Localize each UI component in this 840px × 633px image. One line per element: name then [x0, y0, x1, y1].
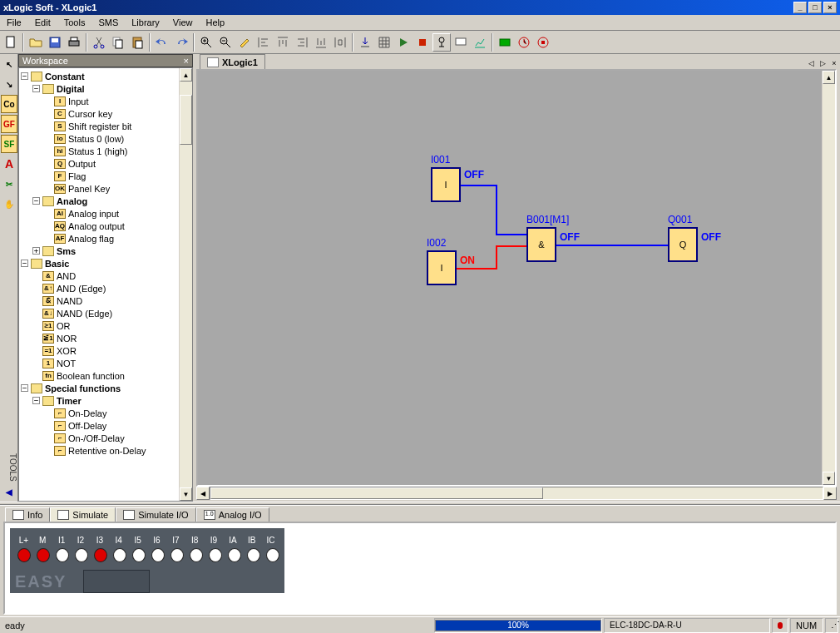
tree-item[interactable]: ⌐On-/Off-Delay — [21, 432, 177, 444]
scroll-left-icon[interactable]: ◀ — [196, 487, 210, 500]
close-button[interactable]: × — [823, 2, 837, 13]
tree-scrollbar[interactable]: ▲ ▼ — [179, 68, 192, 501]
tree-item[interactable]: hiStatus 1 (high) — [21, 145, 177, 157]
document-tab[interactable]: XLogic1 — [200, 54, 265, 69]
tab-info[interactable]: Info — [5, 507, 50, 522]
menu-edit[interactable]: Edit — [28, 16, 57, 29]
scroll-down-icon[interactable]: ▼ — [823, 472, 835, 485]
io-led-I3[interactable] — [94, 548, 107, 562]
scroll-up-icon[interactable]: ▲ — [823, 71, 835, 84]
tree-item[interactable]: CCursor key — [21, 107, 177, 120]
tab-next-icon[interactable]: ▷ — [817, 57, 828, 69]
scroll-down-icon[interactable]: ▼ — [180, 487, 192, 501]
tree-item[interactable]: AFAnalog flag — [21, 232, 177, 245]
status-resize-grip[interactable]: ⋰ — [825, 618, 838, 633]
chart-button[interactable] — [471, 33, 489, 52]
stop-button[interactable] — [413, 33, 432, 52]
tree-item[interactable]: QOutput — [21, 157, 177, 170]
diagram-canvas[interactable]: I001 I OFF I002 I ON B001[M1] & OFF Q001… — [198, 71, 822, 485]
clock-red-button[interactable] — [515, 33, 533, 52]
tree-item[interactable]: AQAnalog output — [21, 220, 177, 232]
canvas-hscroll[interactable] — [210, 487, 823, 500]
block-b001[interactable]: & — [526, 227, 556, 262]
block-i001[interactable]: I — [431, 167, 461, 202]
tree-item[interactable]: ≥̄1NOR — [21, 332, 177, 344]
tree-item[interactable]: FFlag — [21, 170, 177, 182]
undo-button[interactable] — [153, 33, 171, 52]
zoom-out-button[interactable] — [216, 33, 235, 52]
tree-item[interactable]: ⌐On-Delay — [21, 407, 177, 419]
tree-item[interactable]: ≥1OR — [21, 319, 177, 332]
tree-item[interactable]: −Analog — [21, 195, 177, 207]
io-led-IA[interactable] — [228, 548, 241, 562]
tab-close-icon[interactable]: × — [828, 57, 840, 69]
io-led-I9[interactable] — [209, 548, 222, 562]
tree-item[interactable]: fnBoolean function — [21, 369, 177, 382]
align-top-button[interactable] — [274, 33, 292, 52]
online-button[interactable] — [496, 33, 514, 52]
io-led-IB[interactable] — [247, 548, 260, 562]
align-left-button[interactable] — [254, 33, 273, 52]
io-led-M[interactable] — [37, 548, 50, 562]
download-button[interactable] — [356, 33, 374, 52]
sf-tool[interactable]: SF — [1, 135, 17, 153]
tree-item[interactable]: AIAnalog input — [21, 207, 177, 220]
io-led-I6[interactable] — [151, 548, 165, 562]
tree-item[interactable]: −Special functions — [21, 382, 177, 394]
menu-help[interactable]: Help — [200, 16, 232, 29]
io-led-I8[interactable] — [190, 548, 203, 562]
block-q001[interactable]: Q — [668, 227, 698, 262]
maximize-button[interactable]: □ — [808, 2, 822, 13]
tab-simulate-io[interactable]: Simulate I/O — [116, 507, 196, 522]
canvas-vscroll[interactable]: ▲ ▼ — [822, 71, 835, 485]
tree-item[interactable]: &↓NAND (Edge) — [21, 307, 177, 319]
tree-item[interactable]: ⌐Retentive on-Delay — [21, 444, 177, 457]
new-button[interactable] — [2, 33, 20, 52]
io-led-I5[interactable] — [132, 548, 146, 562]
run-button[interactable] — [394, 33, 413, 52]
scroll-right-icon[interactable]: ▶ — [823, 487, 837, 500]
tree-item[interactable]: −Timer — [21, 394, 177, 407]
tab-simulate[interactable]: Simulate — [50, 507, 116, 522]
tree-item[interactable]: −Basic — [21, 257, 177, 270]
tree-item[interactable]: SShift register bit — [21, 120, 177, 132]
io-led-I1[interactable] — [56, 548, 69, 562]
cut-wire-tool[interactable]: ✂ — [1, 175, 17, 193]
tree-item[interactable]: &AND — [21, 270, 177, 282]
simulate-button[interactable] — [432, 33, 451, 52]
tree-item[interactable]: ⌐Off-Delay — [21, 419, 177, 432]
tree-item[interactable]: +Sms — [21, 245, 177, 257]
block-i002[interactable]: I — [427, 250, 457, 285]
zoom-in-button[interactable] — [197, 33, 215, 52]
tab-analog-io[interactable]: 1.0Analog I/O — [196, 507, 269, 522]
tree-item[interactable]: 1NOT — [21, 357, 177, 369]
copy-button[interactable] — [109, 33, 127, 52]
tree-item[interactable]: −Digital — [21, 82, 177, 95]
workspace-close-icon[interactable]: × — [184, 56, 189, 66]
io-led-I4[interactable] — [113, 548, 126, 562]
menu-sms[interactable]: SMS — [91, 16, 125, 29]
constant-tool[interactable]: Co — [1, 95, 17, 113]
tree-item[interactable]: =1XOR — [21, 344, 177, 357]
tree-item[interactable]: OKPanel Key — [21, 182, 177, 195]
pointer-tool[interactable]: ↖ — [1, 55, 17, 73]
hscroll-thumb[interactable] — [210, 487, 543, 499]
tree-item[interactable]: loStatus 0 (low) — [21, 132, 177, 145]
menu-tools[interactable]: Tools — [57, 16, 92, 29]
print-button[interactable] — [65, 33, 83, 52]
menu-view[interactable]: View — [166, 16, 200, 29]
wire-tool[interactable]: ↘ — [1, 75, 17, 93]
minimize-button[interactable]: _ — [793, 2, 807, 13]
highlight-button[interactable] — [235, 33, 254, 52]
grid-button[interactable] — [375, 33, 393, 52]
monitor-button[interactable] — [452, 33, 470, 52]
tree-item[interactable]: −Constant — [21, 70, 177, 82]
scroll-thumb[interactable] — [180, 95, 192, 145]
tab-prev-icon[interactable]: ◁ — [805, 57, 817, 69]
hand-tool[interactable]: ✋ — [1, 195, 17, 213]
menu-library[interactable]: Library — [125, 16, 166, 29]
io-led-I7[interactable] — [170, 548, 184, 562]
distribute-h-button[interactable] — [331, 33, 349, 52]
paste-button[interactable] — [128, 33, 146, 52]
tree-item[interactable]: &̄NAND — [21, 294, 177, 307]
